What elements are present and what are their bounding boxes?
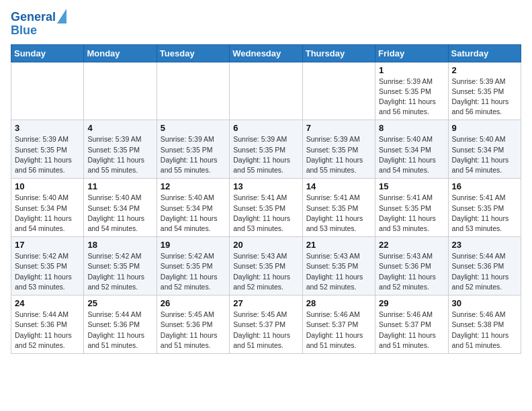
weekday-header: Monday — [84, 44, 157, 62]
day-number: 14 — [306, 181, 371, 191]
day-info: Sunrise: 5:40 AM Sunset: 5:34 PM Dayligh… — [15, 193, 80, 234]
day-number: 16 — [452, 181, 517, 191]
calendar-day-cell: 12Sunrise: 5:40 AM Sunset: 5:34 PM Dayli… — [157, 179, 229, 237]
calendar-week-row: 10Sunrise: 5:40 AM Sunset: 5:34 PM Dayli… — [11, 179, 521, 237]
calendar-day-cell: 27Sunrise: 5:45 AM Sunset: 5:37 PM Dayli… — [230, 295, 302, 354]
calendar-day-cell: 16Sunrise: 5:41 AM Sunset: 5:35 PM Dayli… — [448, 179, 521, 237]
weekday-header: Friday — [375, 44, 448, 62]
calendar-week-row: 1Sunrise: 5:39 AM Sunset: 5:35 PM Daylig… — [11, 62, 521, 120]
calendar-day-cell: 18Sunrise: 5:42 AM Sunset: 5:35 PM Dayli… — [84, 237, 157, 295]
day-info: Sunrise: 5:40 AM Sunset: 5:34 PM Dayligh… — [87, 193, 152, 234]
calendar-week-row: 17Sunrise: 5:42 AM Sunset: 5:35 PM Dayli… — [11, 237, 521, 295]
weekday-header: Saturday — [448, 44, 521, 62]
calendar-day-cell: 30Sunrise: 5:46 AM Sunset: 5:38 PM Dayli… — [448, 295, 521, 354]
calendar-day-cell: 4Sunrise: 5:39 AM Sunset: 5:35 PM Daylig… — [84, 120, 157, 179]
day-number: 6 — [233, 123, 298, 133]
day-info: Sunrise: 5:41 AM Sunset: 5:35 PM Dayligh… — [233, 193, 298, 234]
day-info: Sunrise: 5:39 AM Sunset: 5:35 PM Dayligh… — [452, 77, 517, 118]
day-number: 21 — [306, 240, 371, 250]
day-number: 29 — [379, 298, 444, 308]
day-info: Sunrise: 5:39 AM Sunset: 5:35 PM Dayligh… — [87, 134, 152, 175]
day-number: 25 — [87, 298, 152, 308]
calendar-day-cell: 29Sunrise: 5:46 AM Sunset: 5:37 PM Dayli… — [375, 295, 448, 354]
day-info: Sunrise: 5:40 AM Sunset: 5:34 PM Dayligh… — [452, 134, 517, 175]
day-info: Sunrise: 5:39 AM Sunset: 5:35 PM Dayligh… — [15, 134, 80, 175]
logo: General Blue — [11, 11, 66, 38]
day-number: 11 — [87, 181, 152, 191]
day-info: Sunrise: 5:46 AM Sunset: 5:38 PM Dayligh… — [452, 310, 517, 351]
calendar-day-cell: 11Sunrise: 5:40 AM Sunset: 5:34 PM Dayli… — [84, 179, 157, 237]
day-info: Sunrise: 5:43 AM Sunset: 5:35 PM Dayligh… — [306, 251, 371, 292]
calendar-day-cell: 17Sunrise: 5:42 AM Sunset: 5:35 PM Dayli… — [11, 237, 84, 295]
day-info: Sunrise: 5:44 AM Sunset: 5:36 PM Dayligh… — [452, 251, 517, 292]
day-number: 27 — [233, 298, 298, 308]
weekday-header: Sunday — [11, 44, 84, 62]
weekday-header: Tuesday — [157, 44, 229, 62]
calendar-day-cell: 22Sunrise: 5:43 AM Sunset: 5:36 PM Dayli… — [375, 237, 448, 295]
calendar-day-cell: 8Sunrise: 5:40 AM Sunset: 5:34 PM Daylig… — [375, 120, 448, 179]
day-number: 7 — [306, 123, 371, 133]
day-info: Sunrise: 5:45 AM Sunset: 5:36 PM Dayligh… — [161, 310, 226, 351]
day-info: Sunrise: 5:42 AM Sunset: 5:35 PM Dayligh… — [87, 251, 152, 292]
day-number: 12 — [161, 181, 226, 191]
day-number: 30 — [452, 298, 517, 308]
calendar-day-cell — [302, 62, 375, 120]
calendar-day-cell: 7Sunrise: 5:39 AM Sunset: 5:35 PM Daylig… — [302, 120, 375, 179]
day-info: Sunrise: 5:41 AM Sunset: 5:35 PM Dayligh… — [452, 193, 517, 234]
day-info: Sunrise: 5:42 AM Sunset: 5:35 PM Dayligh… — [161, 251, 226, 292]
day-number: 23 — [452, 240, 517, 250]
day-info: Sunrise: 5:39 AM Sunset: 5:35 PM Dayligh… — [306, 134, 371, 175]
weekday-header: Wednesday — [230, 44, 302, 62]
day-number: 4 — [87, 123, 152, 133]
calendar-day-cell: 10Sunrise: 5:40 AM Sunset: 5:34 PM Dayli… — [11, 179, 84, 237]
calendar-day-cell: 15Sunrise: 5:41 AM Sunset: 5:35 PM Dayli… — [375, 179, 448, 237]
calendar-day-cell: 19Sunrise: 5:42 AM Sunset: 5:35 PM Dayli… — [157, 237, 229, 295]
day-info: Sunrise: 5:39 AM Sunset: 5:35 PM Dayligh… — [233, 134, 298, 175]
day-number: 26 — [161, 298, 226, 308]
page-header: General Blue — [11, 11, 521, 38]
day-number: 8 — [379, 123, 444, 133]
calendar-header-row: SundayMondayTuesdayWednesdayThursdayFrid… — [11, 44, 521, 62]
calendar-day-cell: 14Sunrise: 5:41 AM Sunset: 5:35 PM Dayli… — [302, 179, 375, 237]
day-info: Sunrise: 5:45 AM Sunset: 5:37 PM Dayligh… — [233, 310, 298, 351]
day-number: 17 — [15, 240, 80, 250]
day-number: 20 — [233, 240, 298, 250]
day-number: 18 — [87, 240, 152, 250]
logo-text-line2: Blue — [11, 24, 37, 37]
calendar-week-row: 24Sunrise: 5:44 AM Sunset: 5:36 PM Dayli… — [11, 295, 521, 354]
calendar-day-cell: 5Sunrise: 5:39 AM Sunset: 5:35 PM Daylig… — [157, 120, 229, 179]
day-number: 1 — [379, 65, 444, 75]
day-info: Sunrise: 5:41 AM Sunset: 5:35 PM Dayligh… — [379, 193, 444, 234]
calendar-day-cell — [157, 62, 229, 120]
calendar-week-row: 3Sunrise: 5:39 AM Sunset: 5:35 PM Daylig… — [11, 120, 521, 179]
day-number: 13 — [233, 181, 298, 191]
day-number: 3 — [15, 123, 80, 133]
day-info: Sunrise: 5:42 AM Sunset: 5:35 PM Dayligh… — [15, 251, 80, 292]
day-info: Sunrise: 5:46 AM Sunset: 5:37 PM Dayligh… — [306, 310, 371, 351]
day-number: 10 — [15, 181, 80, 191]
logo-icon — [57, 9, 66, 24]
calendar-day-cell: 6Sunrise: 5:39 AM Sunset: 5:35 PM Daylig… — [230, 120, 302, 179]
day-info: Sunrise: 5:44 AM Sunset: 5:36 PM Dayligh… — [87, 310, 152, 351]
calendar-day-cell — [11, 62, 84, 120]
calendar-day-cell: 25Sunrise: 5:44 AM Sunset: 5:36 PM Dayli… — [84, 295, 157, 354]
calendar-day-cell: 24Sunrise: 5:44 AM Sunset: 5:36 PM Dayli… — [11, 295, 84, 354]
day-number: 5 — [161, 123, 226, 133]
calendar-day-cell: 26Sunrise: 5:45 AM Sunset: 5:36 PM Dayli… — [157, 295, 229, 354]
day-number: 28 — [306, 298, 371, 308]
day-info: Sunrise: 5:40 AM Sunset: 5:34 PM Dayligh… — [161, 193, 226, 234]
day-info: Sunrise: 5:43 AM Sunset: 5:35 PM Dayligh… — [233, 251, 298, 292]
day-number: 24 — [15, 298, 80, 308]
logo-text-line1: General — [11, 11, 56, 24]
day-info: Sunrise: 5:43 AM Sunset: 5:36 PM Dayligh… — [379, 251, 444, 292]
weekday-header: Thursday — [302, 44, 375, 62]
calendar-day-cell — [230, 62, 302, 120]
calendar-day-cell: 13Sunrise: 5:41 AM Sunset: 5:35 PM Dayli… — [230, 179, 302, 237]
day-number: 19 — [161, 240, 226, 250]
calendar-day-cell — [84, 62, 157, 120]
calendar-day-cell: 23Sunrise: 5:44 AM Sunset: 5:36 PM Dayli… — [448, 237, 521, 295]
calendar-table: SundayMondayTuesdayWednesdayThursdayFrid… — [11, 44, 521, 354]
day-number: 15 — [379, 181, 444, 191]
calendar-day-cell: 1Sunrise: 5:39 AM Sunset: 5:35 PM Daylig… — [375, 62, 448, 120]
calendar-day-cell: 9Sunrise: 5:40 AM Sunset: 5:34 PM Daylig… — [448, 120, 521, 179]
